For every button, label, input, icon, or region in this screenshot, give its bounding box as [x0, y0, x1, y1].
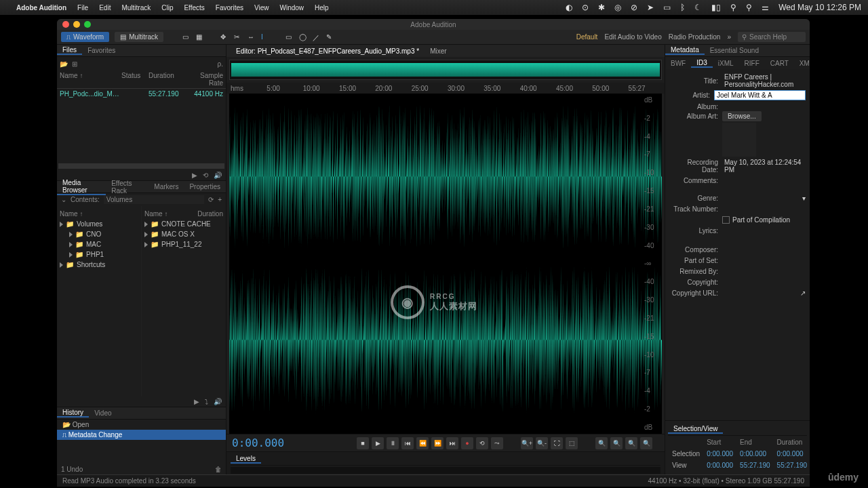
- add-icon[interactable]: +: [218, 196, 222, 203]
- status-icon[interactable]: ⊘: [631, 3, 637, 12]
- record-file-icon[interactable]: ⊞: [72, 60, 77, 68]
- play-icon[interactable]: ▶: [194, 398, 199, 405]
- zoom-full-icon[interactable]: ⛶: [551, 437, 563, 449]
- wifi-icon[interactable]: ⚲: [730, 3, 736, 12]
- comments-field[interactable]: [722, 180, 806, 181]
- remixed-field[interactable]: [722, 270, 806, 272]
- trash-icon[interactable]: 🗑: [215, 466, 222, 473]
- workspace-editvideo[interactable]: Edit Audio to Video: [604, 33, 661, 41]
- tab-mixer[interactable]: Mixer: [425, 47, 452, 55]
- menu-help[interactable]: Help: [315, 4, 329, 12]
- zoom-reset-icon[interactable]: 🔍: [625, 437, 637, 449]
- menu-view[interactable]: View: [254, 4, 269, 12]
- clock[interactable]: Wed May 10 12:26 PM: [778, 3, 861, 12]
- genre-field[interactable]: [722, 197, 802, 199]
- tab-history[interactable]: History: [57, 409, 89, 418]
- slip-tool-icon[interactable]: ↔: [248, 33, 256, 41]
- file-row[interactable]: PH_Podc...dio_MP3.mp3 *55:27.19044100 Hz: [57, 89, 226, 99]
- scrollbar[interactable]: [58, 163, 224, 169]
- track-field[interactable]: [722, 208, 806, 209]
- folder-row[interactable]: 📁PHP1: [60, 249, 138, 260]
- menu-effects[interactable]: Effects: [184, 4, 204, 12]
- time-tool-icon[interactable]: I: [261, 33, 269, 41]
- prev-button[interactable]: ⏮: [401, 437, 414, 449]
- app-menu[interactable]: Adobe Audition: [16, 4, 66, 12]
- control-center-icon[interactable]: ⚌: [762, 3, 769, 12]
- insert-icon[interactable]: ⤵: [205, 398, 208, 405]
- display-icon[interactable]: ▭: [663, 3, 671, 12]
- zoom-sel-icon[interactable]: ⬚: [566, 437, 578, 449]
- tab-effects-rack[interactable]: Effects Rack: [106, 180, 149, 195]
- bluetooth-icon[interactable]: ᛒ: [680, 3, 685, 12]
- history-item[interactable]: 📂 Open: [57, 420, 226, 430]
- contents-dropdown[interactable]: Volumes: [104, 195, 204, 204]
- partofset-field[interactable]: [722, 260, 806, 261]
- folder-row[interactable]: 📁Volumes: [60, 219, 138, 229]
- search-help[interactable]: ⚲Search Help: [738, 32, 806, 42]
- loop-button[interactable]: ⟲: [476, 437, 488, 449]
- subtab-riff[interactable]: RIFF: [739, 60, 765, 67]
- play-icon[interactable]: ▶: [192, 171, 197, 179]
- close-icon[interactable]: [62, 21, 69, 28]
- workspace-default[interactable]: Default: [576, 33, 598, 41]
- subtab-id3[interactable]: ID3: [691, 59, 713, 68]
- workspace-more-icon[interactable]: »: [727, 33, 731, 41]
- tab-files[interactable]: Files: [57, 46, 82, 55]
- waveform-view[interactable]: ⬚ ◷ +0.0 dB ↗: [229, 94, 662, 434]
- tab-essential-sound[interactable]: Essential Sound: [705, 47, 764, 54]
- title-field[interactable]: ENFP Careers | PersonalityHacker.com: [722, 73, 806, 89]
- tab-editor[interactable]: Editor: PH_Podcast_E487_ENFPCareers_Audi…: [231, 47, 425, 55]
- heal-tool-icon[interactable]: ✎: [326, 33, 334, 41]
- status-icon[interactable]: ⊙: [582, 3, 589, 12]
- timecode[interactable]: 0:00.000: [232, 436, 284, 449]
- zoom-out-icon[interactable]: 🔍-: [536, 437, 548, 449]
- status-icon[interactable]: ◐: [566, 3, 572, 12]
- menu-file[interactable]: File: [77, 4, 88, 12]
- composer-field[interactable]: [722, 249, 806, 250]
- skip-button[interactable]: ⤳: [491, 437, 503, 449]
- compilation-checkbox[interactable]: [722, 216, 730, 224]
- tool-icon[interactable]: ▦: [196, 33, 204, 41]
- subtab-bwf[interactable]: BWF: [665, 60, 691, 67]
- status-icon[interactable]: ◎: [614, 3, 621, 12]
- view-row[interactable]: View0:00.00055:27.19055:27.190: [669, 460, 810, 470]
- speaker-icon[interactable]: 🔊: [214, 398, 222, 405]
- chevron-down-icon[interactable]: ▾: [802, 195, 806, 202]
- overview[interactable]: [229, 60, 662, 80]
- play-button[interactable]: ▶: [372, 437, 384, 449]
- folder-row[interactable]: 📁CNO: [60, 229, 138, 239]
- marquee-tool-icon[interactable]: ▭: [285, 33, 294, 41]
- tab-metadata[interactable]: Metadata: [665, 46, 705, 55]
- folder-row[interactable]: 📁Shortcuts: [60, 260, 138, 270]
- waveform-mode[interactable]: ⎍Waveform: [61, 32, 109, 42]
- tab-video[interactable]: Video: [89, 409, 117, 417]
- multitrack-mode[interactable]: ▤Multitrack: [115, 32, 163, 42]
- folder-row[interactable]: 📁PHP1_11_22: [144, 239, 223, 249]
- menu-clip[interactable]: Clip: [161, 4, 173, 12]
- album-field[interactable]: [722, 106, 806, 107]
- zoom-in-amp-icon[interactable]: 🔍: [595, 437, 608, 449]
- tree-icon[interactable]: ⌄: [61, 196, 66, 203]
- lasso-tool-icon[interactable]: ◯: [299, 33, 307, 41]
- tab-markers[interactable]: Markers: [149, 183, 184, 190]
- tab-properties[interactable]: Properties: [184, 183, 226, 190]
- filter-icon[interactable]: ρ.: [218, 60, 223, 68]
- time-ruler[interactable]: hms5:0010:0015:0020:0025:0030:0035:0040:…: [226, 83, 665, 94]
- selection-row[interactable]: Selection0:00.0000:00.0000:00.000: [669, 449, 810, 459]
- loop-icon[interactable]: ⟲: [203, 171, 208, 179]
- rewind-button[interactable]: ⏪: [416, 437, 429, 449]
- browse-button[interactable]: Browse...: [722, 111, 762, 121]
- artist-field[interactable]: [714, 90, 806, 100]
- menu-edit[interactable]: Edit: [99, 4, 111, 12]
- subtab-xmp[interactable]: XMP: [794, 60, 810, 67]
- minimize-icon[interactable]: [73, 21, 80, 28]
- subtab-ixml[interactable]: iXML: [713, 60, 739, 67]
- copyright-field[interactable]: [722, 281, 806, 283]
- tab-levels[interactable]: Levels: [231, 455, 261, 464]
- refresh-icon[interactable]: ⟳: [208, 196, 214, 203]
- stop-button[interactable]: ■: [357, 437, 369, 449]
- move-tool-icon[interactable]: ✥: [220, 33, 229, 41]
- status-icon[interactable]: ✱: [598, 3, 605, 12]
- tab-favorites[interactable]: Favorites: [82, 47, 121, 54]
- zoom-icon[interactable]: [84, 21, 91, 28]
